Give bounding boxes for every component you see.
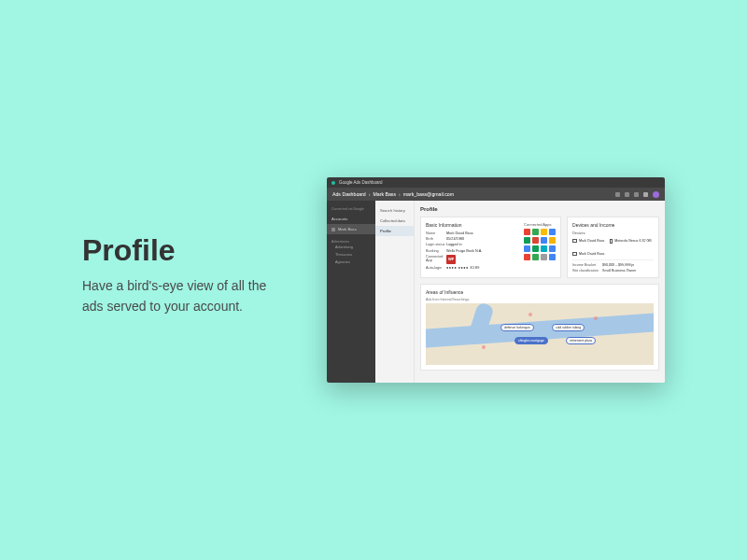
desktop-icon bbox=[572, 239, 577, 243]
breadcrumb-user[interactable]: Mark Bass bbox=[374, 191, 397, 197]
label-connected-app: Connected App bbox=[426, 255, 446, 264]
map-pin-icon bbox=[482, 345, 486, 349]
card-areas-of-influence: Areas of Influence Ads from Interest/Sea… bbox=[420, 284, 659, 371]
chevron-right-icon: › bbox=[399, 191, 401, 197]
map-subtitle: Ads from Interest/Searchings bbox=[426, 298, 654, 301]
sidebar-primary: Connected via Google Accounts Mark Bass … bbox=[327, 201, 375, 383]
card-devices-income: Devices and Income Devices Mark David Ba… bbox=[567, 217, 659, 278]
avatar[interactable] bbox=[653, 191, 659, 198]
app-icon[interactable] bbox=[532, 229, 539, 235]
promo-description: Have a bird's-eye view of all the ads se… bbox=[82, 276, 278, 316]
sidebar-sub-item[interactable]: Advertising bbox=[327, 244, 375, 251]
devices-subheading: Devices bbox=[572, 231, 654, 235]
label-income: Income Bracket bbox=[572, 263, 602, 267]
label-autologin: Auto-login bbox=[426, 266, 446, 270]
main-content: Profile Basic Information Name Mark Davi… bbox=[415, 201, 665, 383]
connected-apps-grid bbox=[524, 229, 556, 260]
app-icon[interactable] bbox=[541, 245, 547, 252]
value-connected-app: WF bbox=[446, 255, 518, 264]
value-banking: Wells Fargo Bank N.A. bbox=[446, 249, 518, 253]
device-name: Motorola Nexus 6 32 GB bbox=[614, 239, 651, 243]
promo-title: Profile bbox=[82, 233, 176, 268]
connected-apps-heading: Connected Apps bbox=[524, 222, 556, 227]
device-item: Motorola Nexus 6 32 GB bbox=[610, 239, 651, 244]
sidebar-accounts-label: Accounts bbox=[331, 217, 347, 221]
label-login: Login status bbox=[426, 243, 446, 246]
app-icon[interactable] bbox=[541, 254, 547, 260]
card-heading: Devices and Income bbox=[572, 222, 654, 228]
sidebar-item-user[interactable]: Mark Bass bbox=[327, 224, 375, 234]
app-icon[interactable] bbox=[524, 237, 530, 244]
app-icon[interactable] bbox=[549, 254, 556, 260]
value-birth: 05/24/1980 bbox=[446, 237, 518, 241]
app-icon[interactable] bbox=[532, 245, 539, 252]
sidebar-sub-item[interactable]: Agencies bbox=[327, 259, 375, 266]
sidebar-caption: Connected via Google bbox=[327, 204, 375, 214]
label-birth: Birth bbox=[426, 237, 446, 241]
breadcrumb-root[interactable]: Ads Dashboard bbox=[332, 191, 366, 197]
app-name: Google Ads Dashboard bbox=[339, 180, 383, 185]
app-icon[interactable] bbox=[549, 245, 556, 252]
device-name: Mark David Bass bbox=[579, 252, 604, 256]
sidebar-accounts-header: Accounts bbox=[327, 214, 375, 224]
tab-search-history[interactable]: Search history bbox=[375, 205, 414, 216]
card-basic-information: Basic Information Name Mark David Bass B… bbox=[420, 217, 561, 278]
app-icon[interactable] bbox=[524, 229, 530, 235]
app-icon[interactable] bbox=[532, 254, 539, 260]
value-income: $90,000 – $99,999/yr bbox=[602, 263, 654, 267]
app-logo-icon bbox=[331, 181, 335, 185]
tab-profile[interactable]: Profile bbox=[375, 226, 414, 236]
wells-fargo-icon: WF bbox=[446, 255, 456, 264]
sidebar-sub-item[interactable]: Thesaurus bbox=[327, 251, 375, 259]
titlebar: Google Ads Dashboard bbox=[327, 177, 665, 188]
device-item: Mark David Bass bbox=[572, 252, 604, 256]
breadcrumb-email[interactable]: mark_bass@gmail.com bbox=[403, 191, 454, 197]
app-icon[interactable] bbox=[532, 237, 539, 244]
app-icon[interactable] bbox=[541, 229, 547, 235]
menu-icon[interactable] bbox=[625, 192, 629, 197]
app-icon[interactable] bbox=[524, 254, 530, 260]
card-heading: Basic Information bbox=[426, 222, 518, 228]
notifications-icon[interactable] bbox=[643, 192, 648, 197]
influence-map[interactable]: defense lockerguncold rubber tubingshing… bbox=[426, 303, 654, 365]
interest-chip[interactable]: defense lockergun bbox=[500, 324, 534, 331]
devices-list: Mark David BassMotorola Nexus 6 32 GBMar… bbox=[572, 237, 654, 257]
page-title: Profile bbox=[420, 206, 659, 212]
value-autologin: ●●●● ●●●● 8189 bbox=[446, 266, 518, 270]
chevron-right-icon: › bbox=[369, 191, 371, 197]
device-item: Mark David Bass bbox=[572, 239, 604, 244]
label-banking: Banking bbox=[426, 249, 446, 253]
user-icon bbox=[331, 228, 335, 231]
sidebar-secondary: Search history Collected data Profile bbox=[375, 201, 415, 383]
app-window: Google Ads Dashboard Ads Dashboard › Mar… bbox=[327, 177, 665, 383]
label-classification: Site classification bbox=[572, 269, 602, 273]
value-name: Mark David Bass bbox=[446, 231, 518, 235]
interest-chip[interactable]: cold rubber tubing bbox=[552, 324, 585, 331]
breadcrumb-bar: Ads Dashboard › Mark Bass › mark_bass@gm… bbox=[327, 188, 665, 201]
phone-icon bbox=[610, 239, 613, 244]
breadcrumb[interactable]: Ads Dashboard › Mark Bass › mark_bass@gm… bbox=[332, 191, 454, 197]
sidebar-item-label: Mark Bass bbox=[338, 227, 357, 231]
desktop-icon bbox=[572, 252, 577, 256]
map-pin-icon bbox=[594, 316, 598, 320]
app-icon[interactable] bbox=[524, 245, 530, 252]
app-icon[interactable] bbox=[549, 229, 556, 235]
value-login: Logged in bbox=[446, 243, 518, 246]
label-name: Name bbox=[426, 231, 446, 235]
map-pin-icon bbox=[529, 313, 532, 316]
card-heading: Areas of Influence bbox=[426, 289, 654, 295]
help-icon[interactable] bbox=[634, 192, 639, 197]
interest-chip[interactable]: retirement plans bbox=[566, 337, 596, 344]
value-classification: Small Business Owner bbox=[602, 269, 654, 273]
app-icon[interactable] bbox=[541, 237, 547, 244]
device-name: Mark David Bass bbox=[579, 239, 604, 243]
app-icon[interactable] bbox=[549, 237, 556, 244]
tab-collected-data[interactable]: Collected data bbox=[375, 216, 414, 226]
interest-chip[interactable]: shingles mortgage bbox=[514, 337, 548, 344]
apps-icon[interactable] bbox=[615, 192, 620, 197]
